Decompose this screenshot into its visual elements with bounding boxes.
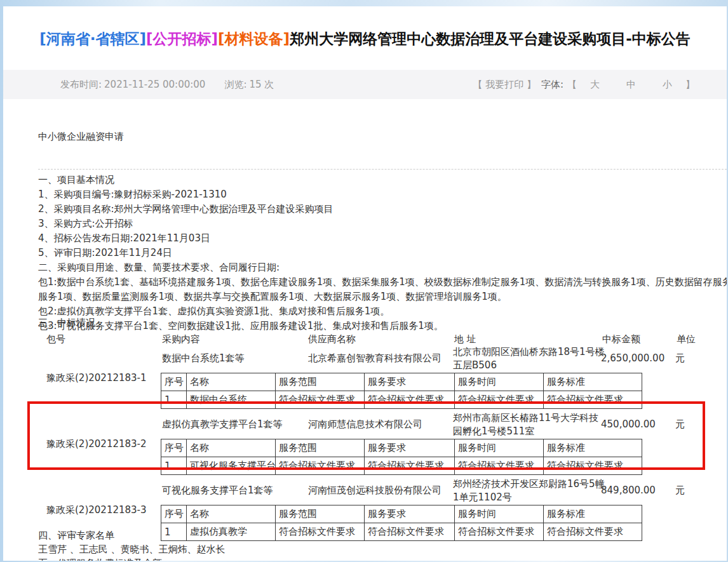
basic-info-line: 5、评审日期:2021年11月24日 [38,246,727,260]
amount-unit: 元 [675,485,685,497]
sme-financing-link[interactable]: 中小微企业融资申请 [38,131,124,143]
column-header-pkg-no: 包号 [46,332,65,346]
experts-names: 王雪芹 、王志民 、黄晓书、王炯炜、赵水长 [38,542,226,556]
supplier-name: 河南师慧信息技术有限公司 [308,418,422,431]
supplier-name: 河南恒茂创远科技股份有限公司 [308,485,442,497]
table-row: 序号 名称 服务范围 服务要求 服务时间 服务标准 [161,373,642,391]
supplier-address: 北京市朝阳区酒仙桥东路18号1号楼五层B506 [453,345,605,372]
header-seq: 序号 [161,373,187,391]
package-number: 豫政采(2)20212183-1 [46,372,147,384]
bid-amount: 2,650,000.00 [601,352,664,364]
font-bracket-open: 【 [567,79,577,90]
meta-bar: 发布时间:2021-11-25 00:00:00浏览:15 次 【 我要打印 】… [3,70,727,99]
header-requirement: 服务要求 [365,373,455,391]
views-label: 浏览: [224,79,246,90]
basic-info-line: 包2:虚拟仿真教学支撑平台1套、虚拟仿真实验资源1批、集成对接和售后服务1项。 [38,304,727,319]
package-number: 豫政采(2)20212183-3 [46,504,147,516]
column-header-address: 地 址 [454,332,476,346]
header-scope: 服务范围 [276,439,365,457]
header-time: 服务时间 [455,373,544,391]
publish-time-label: 发布时间: [60,79,102,90]
basic-info-line: 服务1项、数据质量监测服务1项、数据共享与交换配置服务1项、大数据展示服务1项、… [38,290,727,304]
basic-info-line: 一、项目基本情况 [38,173,727,187]
title-main-text: 郑州大学网络管理中心数据治理及平台建设采购项目-中标公告 [290,30,691,47]
column-header-unit: 单位 [677,332,696,346]
cell-standard: 符合招标文件要求 [544,523,642,541]
bid-result-heading: 三、中标情况 [38,316,95,330]
cell-standard: 符合招标文件要求 [544,391,642,409]
basic-info-line: 二、采购项目用途、数量、简要技术要求、合同履行日期: [38,260,727,275]
package-number: 豫政采(2)20212183-2 [46,438,147,450]
cell-scope: 符合招标文件要求 [276,523,365,541]
font-size-medium-button[interactable]: 中 [626,79,636,90]
font-size-small-button[interactable]: 小 [663,79,672,90]
experts-section: 四、评审专家名单 王雪芹 、王志民 、黄晓书、王炯炜、赵水长 五、代理服务收费标… [38,528,226,561]
experts-heading: 四、评审专家名单 [38,528,226,542]
cell-time: 符合招标文件要求 [455,523,544,541]
font-size-label: 字体: [541,79,563,90]
views-value: 15 次 [249,79,274,90]
print-button[interactable]: 【 我要打印 】 [473,79,536,90]
header-standard: 服务标准 [544,439,642,457]
procurement-content: 虚拟仿真教学支撑平台1套等 [162,418,283,431]
procurement-content: 可视化服务支撑平台1套等 [162,485,273,497]
bid-amount: 849,800.00 [601,485,656,496]
service-detail-table: 序号 名称 服务范围 服务要求 服务时间 服务标准 1 虚拟仿真教学 符合招标文… [161,505,642,541]
cell-time: 符合招标文件要求 [455,457,544,475]
cell-name: 数据中台系统 [187,391,276,409]
basic-info-line: 4、招标公告发布日期:2021年11月03日 [38,231,727,246]
category-tag: [材料设备] [218,30,290,47]
header-standard: 服务标准 [544,373,642,391]
agency-fee-line: 五、代理服务收费标准及金额: [38,556,226,561]
dashed-divider [38,169,727,170]
header-seq: 序号 [161,439,187,457]
package-row-2: 豫政采(2)20212183-2 虚拟仿真教学支撑平台1套等 河南师慧信息技术有… [3,411,727,477]
amount-unit: 元 [675,352,685,365]
service-detail-table: 序号 名称 服务范围 服务要求 服务时间 服务标准 1 数据中台系统 符合招标文… [161,373,642,409]
basic-info-line: 2、采购项目名称:郑州大学网络管理中心数据治理及平台建设采购项目 [38,202,727,217]
supplier-address: 郑州经济技术开发区郑尉路16号5幢1单元1102号 [453,478,605,504]
bid-method-tag: [公开招标] [146,30,218,47]
cell-requirement: 符合招标文件要求 [365,523,455,541]
column-header-supplier: 供应商名称 [308,332,356,346]
supplier-name: 北京希嘉创智教育科技有限公司 [308,352,442,365]
header-scope: 服务范围 [276,505,365,523]
cell-seq: 1 [161,457,187,475]
page-title: [河南省·省辖区][公开招标][材料设备]郑州大学网络管理中心数据治理及平台建设… [3,29,727,49]
table-row: 序号 名称 服务范围 服务要求 服务时间 服务标准 [161,505,642,523]
cell-scope: 符合招标文件要求 [276,457,365,475]
cell-requirement: 符合招标文件要求 [365,457,455,475]
publish-info: 发布时间:2021-11-25 00:00:00浏览:15 次 [60,70,274,99]
header-seq: 序号 [161,505,187,523]
font-size-large-button[interactable]: 大 [590,79,600,90]
header-name: 名称 [187,373,276,391]
table-row: 序号 名称 服务范围 服务要求 服务时间 服务标准 [161,439,642,457]
cell-name: 可视化服务支撑平台 [187,457,276,475]
column-header-amount: 中标金额 [602,332,640,346]
table-row: 1 可视化服务支撑平台 符合招标文件要求 符合招标文件要求 符合招标文件要求 符… [161,457,642,475]
package-row-1: 豫政采(2)20212183-1 数据中台系统1套等 北京希嘉创智教育科技有限公… [3,345,727,411]
header-time: 服务时间 [455,505,544,523]
cell-seq: 1 [161,391,187,409]
procurement-content: 数据中台系统1套等 [162,352,245,365]
header-standard: 服务标准 [544,505,642,523]
header-name: 名称 [187,439,276,457]
page-tools: 【 我要打印 】字体:【大中小】 [473,70,695,99]
header-time: 服务时间 [455,439,544,457]
basic-info-line: 1、采购项目编号:豫财招标采购-2021-1310 [38,187,727,202]
service-detail-table: 序号 名称 服务范围 服务要求 服务时间 服务标准 1 可视化服务支撑平台 符合… [161,439,642,475]
publish-time-value: 2021-11-25 00:00:00 [104,79,205,90]
cell-requirement: 符合招标文件要求 [365,391,455,409]
cell-standard: 符合招标文件要求 [544,457,642,475]
supplier-address: 郑州市高新区长椿路11号大学科技园孵化1号楼511室 [453,411,605,438]
amount-unit: 元 [675,418,685,431]
basic-info-line: 包3:可视化服务支撑平台1套、空间数据建设1批、应用服务建设1批、集成对接和售后… [38,319,727,333]
table-row: 1 数据中台系统 符合招标文件要求 符合招标文件要求 符合招标文件要求 符合招标… [161,391,642,409]
header-name: 名称 [187,505,276,523]
cell-time: 符合招标文件要求 [455,391,544,409]
header-requirement: 服务要求 [365,439,455,457]
column-header-content: 采购内容 [162,332,200,346]
font-bracket-close: 】 [685,79,695,90]
header-scope: 服务范围 [276,373,365,391]
header-requirement: 服务要求 [365,505,455,523]
